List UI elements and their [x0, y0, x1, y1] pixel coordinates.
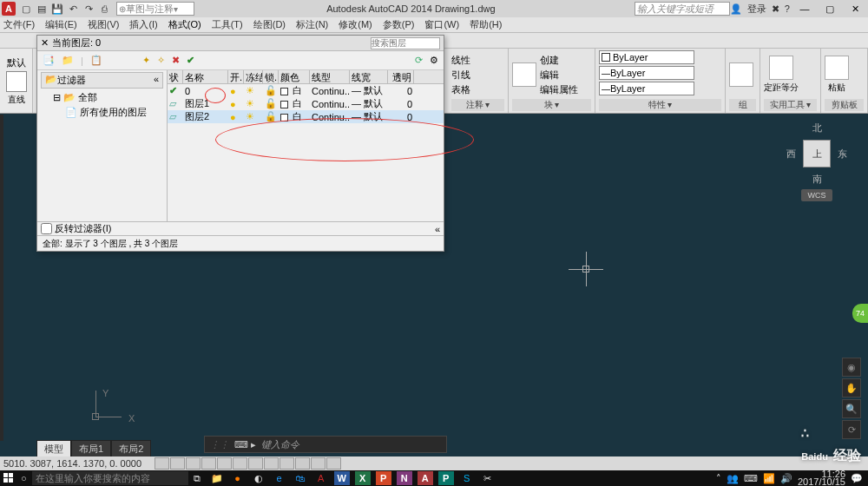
paste-icon[interactable] [825, 56, 849, 80]
layer-states-icon[interactable]: 📋 [90, 55, 102, 66]
qat-redo-icon[interactable]: ↷ [82, 2, 95, 16]
osnap-toggle[interactable] [217, 457, 232, 470]
sc-toggle[interactable] [326, 457, 341, 470]
menu-dim[interactable]: 标注(N) [296, 18, 328, 31]
col-on[interactable]: 开. [228, 70, 244, 83]
menu-tools[interactable]: 工具(T) [212, 18, 243, 31]
dyn-toggle[interactable] [264, 457, 279, 470]
qat-open-icon[interactable]: ▤ [35, 2, 49, 16]
layer-row[interactable]: ✔0 ●☀ 🔓 白 Continu...— 默认0 [168, 84, 444, 97]
col-color[interactable]: 颜色 [279, 70, 310, 83]
ortho-toggle[interactable] [186, 457, 201, 470]
side-badge[interactable]: 74 [852, 304, 868, 323]
group-icon[interactable] [729, 62, 753, 87]
tpy-toggle[interactable] [295, 457, 310, 470]
app-store-icon[interactable]: 🛍 [293, 471, 308, 485]
app-skype-icon[interactable]: S [459, 471, 475, 485]
qp-toggle[interactable] [311, 457, 326, 470]
grid-toggle[interactable] [170, 457, 185, 470]
tab-model[interactable]: 模型 [36, 440, 71, 458]
app-word-icon[interactable]: W [334, 471, 350, 485]
close-panel-icon[interactable]: ✕ [41, 37, 49, 49]
menu-insert[interactable]: 插入(I) [129, 18, 157, 31]
workspace-selector[interactable]: ⊕ 草图与注释 ▾ [116, 2, 194, 16]
filter-all[interactable]: ⊟ 📂 全部 [41, 90, 163, 105]
login-link[interactable]: 登录 [747, 3, 766, 16]
ducs-toggle[interactable] [248, 457, 263, 470]
lineweight-combo[interactable]: — ByLayer [599, 66, 694, 80]
taskbar-clock[interactable]: 11:262017/10/15 [798, 470, 845, 486]
app-autocad-icon[interactable]: A [313, 471, 329, 485]
nav-pan-icon[interactable]: ✋ [842, 378, 861, 397]
qat-print-icon[interactable]: ⎙ [97, 2, 111, 16]
app-chrome-icon[interactable]: ◐ [251, 471, 266, 485]
app-excel-icon[interactable]: X [355, 471, 371, 485]
help-icon[interactable]: ? [785, 3, 790, 14]
app-edge-icon[interactable]: e [272, 471, 287, 485]
menu-draw[interactable]: 绘图(D) [253, 18, 286, 31]
app-explorer-icon[interactable]: 📁 [209, 471, 225, 485]
nav-zoom-icon[interactable]: 🔍 [842, 399, 861, 418]
viewcube-top[interactable]: 上 [803, 140, 831, 167]
settings-icon[interactable]: ⚙ [430, 55, 438, 66]
layer-row[interactable]: ▱图层2 ●☀ 🔓 白 Continu...— 默认0 [168, 110, 444, 123]
app-onenote-icon[interactable]: N [397, 471, 412, 485]
command-line[interactable]: ⋮⋮ ⌨ ▸ 键入命令 [204, 436, 447, 453]
col-freeze[interactable]: 冻结 [244, 70, 263, 83]
menu-format[interactable]: 格式(O) [168, 18, 201, 31]
tray-people-icon[interactable]: 👥 [727, 473, 739, 484]
col-lock[interactable]: 锁.. [263, 70, 279, 83]
menu-help[interactable]: 帮助(H) [470, 18, 502, 31]
line-tool-icon[interactable] [6, 71, 27, 92]
menu-param[interactable]: 参数(P) [383, 18, 415, 31]
color-combo[interactable]: ByLayer [599, 50, 694, 64]
app-ppt-icon[interactable]: P [376, 471, 391, 485]
taskbar-search[interactable]: 在这里输入你要搜索的内容 [32, 471, 188, 485]
block-insert-icon[interactable] [512, 62, 536, 87]
layer-panel-header[interactable]: ✕ 当前图层: 0 [37, 36, 444, 51]
app-snip-icon[interactable]: ✂ [480, 471, 496, 485]
tray-up-icon[interactable]: ˄ [716, 473, 721, 484]
invert-filter-checkbox[interactable] [41, 223, 52, 234]
new-layer-icon[interactable]: ✦ [142, 55, 150, 66]
measure-icon[interactable] [769, 56, 793, 80]
table-item[interactable]: 表格 [451, 83, 470, 96]
menu-edit[interactable]: 编辑(E) [45, 18, 77, 31]
col-lineweight[interactable]: 线宽 [350, 70, 388, 83]
col-status[interactable]: 状 [168, 70, 183, 83]
ribbon-tab-default[interactable]: 默认 直线 [0, 49, 33, 113]
menu-modify[interactable]: 修改(M) [339, 18, 372, 31]
start-button[interactable] [2, 471, 16, 485]
wcs-badge[interactable]: WCS [801, 189, 832, 201]
edit-item[interactable]: 编辑 [540, 69, 578, 82]
keyword-search[interactable]: 输入关键字或短语 [635, 2, 730, 16]
set-current-icon[interactable]: ✔ [187, 55, 194, 66]
tray-wifi-icon[interactable]: 📶 [763, 473, 775, 484]
exchange-icon[interactable]: ✖ [772, 3, 779, 15]
tray-notifications-icon[interactable]: 💬 [851, 473, 863, 484]
user-icon[interactable]: 👤 [730, 3, 742, 15]
lwt-toggle[interactable] [279, 457, 294, 470]
app-browser-icon[interactable]: ● [230, 471, 246, 485]
col-linetype[interactable]: 线型 [310, 70, 350, 83]
app-publisher-icon[interactable]: P [438, 471, 454, 485]
snap-toggle[interactable] [155, 457, 169, 470]
tab-layout2[interactable]: 布局2 [111, 440, 151, 458]
col-transparency[interactable]: 透明 [388, 70, 414, 83]
maximize-button[interactable]: ▢ [819, 1, 841, 16]
close-button[interactable]: ✕ [844, 1, 866, 16]
menu-view[interactable]: 视图(V) [88, 18, 120, 31]
tray-input-icon[interactable]: ⌨ [744, 473, 758, 484]
taskview-icon[interactable]: ⧉ [194, 473, 201, 484]
new-filter-icon[interactable]: 📑 [43, 55, 55, 66]
tab-layout1[interactable]: 布局1 [71, 440, 111, 458]
leader-item[interactable]: 引线 [451, 69, 470, 82]
viewcube[interactable]: 北 西上东 南 WCS [786, 122, 847, 200]
qat-save-icon[interactable]: 💾 [50, 2, 64, 16]
qat-new-icon[interactable]: ▢ [19, 2, 33, 16]
menu-window[interactable]: 窗口(W) [424, 18, 459, 31]
minimize-button[interactable]: — [793, 1, 816, 16]
new-layer-freeze-icon[interactable]: ✧ [157, 55, 165, 66]
polar-toggle[interactable] [201, 457, 216, 470]
new-group-icon[interactable]: 📁 [62, 55, 74, 66]
